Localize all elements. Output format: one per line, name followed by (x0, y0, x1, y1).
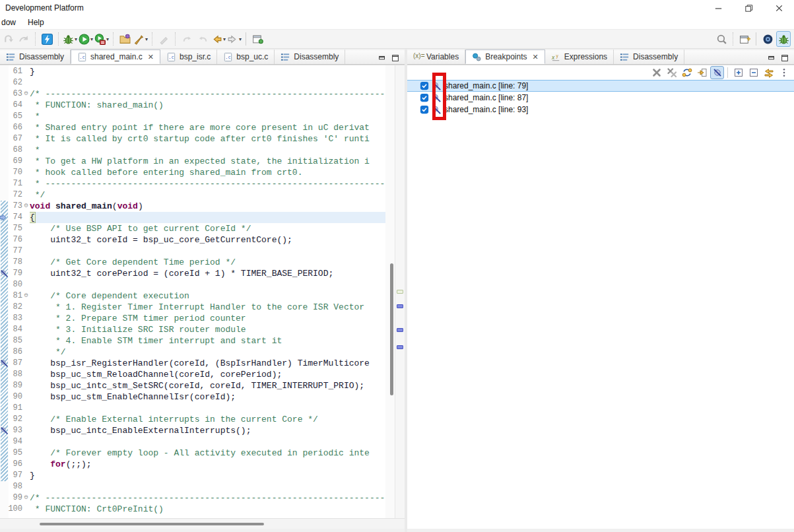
close-icon[interactable] (764, 0, 794, 16)
maximize-view-icon[interactable] (778, 52, 791, 64)
panel-tab-expressions[interactable]: xyExpressions (545, 50, 614, 64)
code-line-90[interactable]: 90 bsp_uc_stm_EnableChannelIsr(coreId); (0, 391, 385, 403)
code-line-89[interactable]: 89 bsp_uc_intc_stm_SetSRC(coreId, coreId… (0, 380, 385, 391)
breakpoint-row[interactable]: shared_main.c [line: 87] (407, 92, 794, 104)
breakpoint-checkbox[interactable] (420, 93, 429, 102)
code-line-98[interactable]: 98 (0, 481, 385, 492)
code-line-66[interactable]: 66 * Shared entry point if there are mor… (0, 122, 385, 133)
run-configurations-icon[interactable]: ▾ (94, 31, 109, 47)
panel-tab-disassembly[interactable]: Disassembly (614, 50, 684, 64)
show-breakpoints-for-target-icon[interactable] (680, 66, 694, 79)
code-line-77[interactable]: 77 (0, 246, 385, 257)
code-line-65[interactable]: 65 * (0, 111, 385, 122)
code-editor[interactable]: 61}6263⊖/* -----------------------------… (0, 65, 405, 518)
code-line-85[interactable]: 85 * 4. Enable STM timer interrupt and s… (0, 335, 385, 347)
minimize-view-icon[interactable] (376, 52, 389, 64)
code-line-64[interactable]: 64 * FUNCTION: shared_main() (0, 100, 385, 111)
search-icon[interactable] (714, 31, 729, 47)
overview-breakpoint-marker[interactable] (397, 345, 403, 349)
code-line-75[interactable]: 75 /* Use BSP API to get current CoreId … (0, 223, 385, 234)
back-history-dropdown-icon[interactable]: ▾ (223, 36, 226, 42)
debug-perspective-icon[interactable] (776, 31, 791, 47)
menu-item-help[interactable]: Help (22, 17, 50, 28)
code-line-80[interactable]: 80 (0, 279, 385, 290)
debug-icon[interactable]: ▾ (63, 31, 77, 47)
collapse-all-icon[interactable] (746, 66, 760, 79)
code-line-71[interactable]: 71 * -----------------------------------… (0, 178, 385, 189)
open-element-icon[interactable] (117, 31, 132, 47)
overview-current-line-marker[interactable] (397, 290, 403, 294)
tab-close-icon[interactable]: ✕ (148, 53, 154, 61)
code-line-97[interactable]: 97} (0, 470, 385, 481)
code-line-67[interactable]: 67 * It is called by crt0 startup code a… (0, 133, 385, 145)
code-line-63[interactable]: 63⊖/* ----------------------------------… (0, 88, 385, 100)
editor-tab-disassembly[interactable]: Disassembly (275, 50, 345, 64)
overview-ruler[interactable] (395, 65, 405, 518)
code-line-69[interactable]: 69 * To get a HW platform in an expected… (0, 156, 385, 167)
horizontal-scrollbar[interactable] (0, 518, 405, 529)
fold-collapse-icon[interactable]: ⊖ (22, 88, 30, 100)
breakpoint-row[interactable]: shared_main.c [line: 93] (407, 104, 794, 116)
code-line-73[interactable]: 73⊖void shared_main(void) (0, 201, 385, 212)
code-line-74[interactable]: 74{ (0, 212, 385, 223)
code-line-86[interactable]: 86 */ (0, 347, 385, 358)
vertical-scrollbar-thumb[interactable] (390, 263, 393, 395)
editor-tab-bsp-uc-c[interactable]: .cbsp_uc.c (217, 50, 275, 64)
fold-collapse-icon[interactable]: ⊖ (22, 290, 30, 302)
code-line-79[interactable]: 79 uint32_t corePeriod = (coreId + 1) * … (0, 268, 385, 279)
minimize-view-icon[interactable] (765, 52, 778, 64)
run-dropdown-icon[interactable]: ▾ (90, 36, 93, 42)
code-line-96[interactable]: 96 for(;;); (0, 459, 385, 470)
external-tools-icon[interactable]: ▾ (133, 31, 148, 47)
code-line-70[interactable]: 70 * hook called before entering shared_… (0, 167, 385, 178)
code-line-61[interactable]: 61} (0, 66, 385, 77)
breakpoint-row[interactable]: shared_main.c [line: 79] (407, 80, 794, 92)
code-line-62[interactable]: 62 (0, 77, 385, 88)
code-line-81[interactable]: 81⊖ /* Core dependent execution (0, 290, 385, 302)
code-line-91[interactable]: 91 (0, 403, 385, 414)
horizontal-scrollbar-thumb[interactable] (40, 523, 264, 525)
maximize-view-icon[interactable] (389, 52, 402, 64)
skip-all-breakpoints-icon[interactable] (710, 66, 724, 79)
code-line-100[interactable]: 100 * FUNCTION: Crt0PreInit() (0, 504, 385, 515)
open-perspective-icon[interactable] (737, 31, 752, 47)
expand-all-icon[interactable] (731, 66, 745, 79)
menu-item-dow[interactable]: dow (0, 17, 22, 28)
code-line-93[interactable]: 93 bsp_uc_intc_EnableExternalInterrupts(… (0, 425, 385, 436)
panel-tab-breakpoints[interactable]: Breakpoints✕ (465, 50, 545, 64)
new-editor-window-icon[interactable] (250, 31, 265, 47)
minimize-icon[interactable] (703, 0, 733, 16)
forward-history-icon[interactable]: ▾ (227, 31, 242, 47)
code-line-78[interactable]: 78 /* Get Core dependent Time period */ (0, 257, 385, 268)
remove-selected-breakpoints-icon[interactable] (649, 66, 663, 79)
overview-breakpoint-marker[interactable] (397, 304, 403, 308)
remove-all-breakpoints-icon[interactable] (665, 66, 678, 79)
back-history-icon[interactable]: ▾ (211, 31, 226, 47)
external-tools-dropdown-icon[interactable]: ▾ (145, 36, 148, 42)
code-line-92[interactable]: 92 /* Enable External interrupts in the … (0, 414, 385, 425)
link-with-debug-view-icon[interactable] (762, 66, 776, 79)
view-menu-icon[interactable] (777, 66, 791, 79)
code-line-76[interactable]: 76 uint32_t coreId = bsp_uc_core_GetCurr… (0, 234, 385, 246)
breakpoint-checkbox[interactable] (420, 105, 429, 114)
overview-breakpoint-marker[interactable] (397, 328, 403, 332)
code-line-82[interactable]: 82 * 1. Register Timer Interrupt Handler… (0, 302, 385, 313)
code-line-99[interactable]: 99⊖/* ----------------------------------… (0, 492, 385, 504)
editor-tab-shared-main-c[interactable]: .cshared_main.c✕ (71, 50, 160, 64)
go-to-file-for-breakpoint-icon[interactable] (695, 66, 709, 79)
panel-tab-variables[interactable]: (x)=Variables (407, 50, 465, 64)
run-icon[interactable]: ▾ (79, 31, 93, 47)
code-line-95[interactable]: 95 /* Forever empty loop - All activity … (0, 448, 385, 459)
editor-tab-disassembly[interactable]: Disassembly (0, 50, 71, 64)
flash-programmer-icon[interactable] (40, 31, 54, 47)
code-line-88[interactable]: 88 bsp_uc_stm_ReloadChannel(coreId, core… (0, 369, 385, 380)
breakpoint-checkbox[interactable] (420, 81, 429, 90)
tab-close-icon[interactable]: ✕ (533, 53, 539, 61)
code-line-83[interactable]: 83 * 2. Prepare STM timer period counter (0, 313, 385, 324)
code-line-72[interactable]: 72 */ (0, 189, 385, 201)
fold-collapse-icon[interactable]: ⊖ (22, 201, 30, 212)
run-configurations-dropdown-icon[interactable]: ▾ (106, 36, 109, 42)
code-line-68[interactable]: 68 * (0, 145, 385, 156)
cpp-perspective-icon[interactable] (760, 31, 775, 47)
fold-collapse-icon[interactable]: ⊖ (22, 492, 30, 504)
